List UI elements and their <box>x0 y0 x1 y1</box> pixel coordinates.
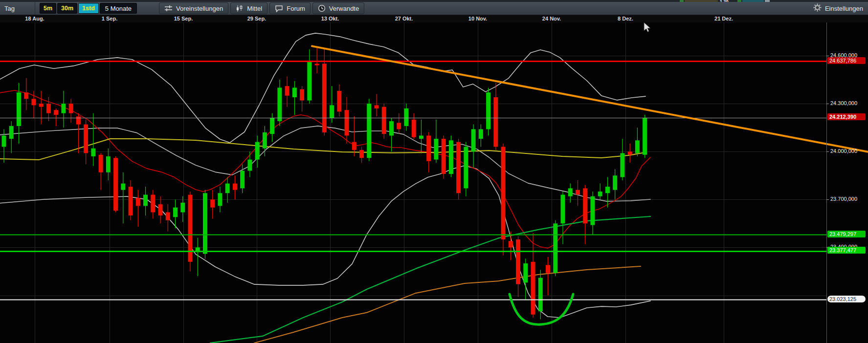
candle-down <box>151 194 155 212</box>
candle-down <box>546 265 550 273</box>
forum-button[interactable]: Forum <box>269 2 311 14</box>
gear-icon <box>813 3 822 13</box>
candle-down <box>113 158 118 211</box>
candle-up <box>173 208 178 217</box>
date-axis: 18 Aug.1 Sep.15 Sep.29 Sep.13 Okt.27 Okt… <box>0 15 868 22</box>
history-clock-icon <box>318 4 326 12</box>
candle-up <box>91 149 95 156</box>
candle-up <box>9 126 14 139</box>
candle-up <box>538 278 543 312</box>
forum-label: Forum <box>287 5 305 12</box>
verwandte-button[interactable]: Verwandte <box>312 2 364 14</box>
timeframe-tag-button[interactable]: Tag <box>0 2 35 15</box>
trading-chart-window: 1,20 Tag 5m 30m 1std 5 Monate <box>0 0 868 343</box>
mittel-button[interactable]: Mittel <box>230 2 267 14</box>
candle-down <box>31 99 36 105</box>
candlestick-chart-icon <box>236 5 244 12</box>
date-tick-label: 24 Nov. <box>542 16 561 21</box>
candle-up <box>464 147 468 188</box>
period-label: 5 Monate <box>105 5 132 12</box>
candle-down <box>516 239 520 284</box>
candle-up <box>225 184 230 193</box>
candle-down <box>233 184 237 190</box>
candle-up <box>523 263 528 282</box>
einstellungen-button[interactable]: Einstellungen <box>813 3 863 13</box>
timeframe-1std-button[interactable]: 1std <box>78 3 99 14</box>
candle-down <box>337 91 341 112</box>
candle-up <box>17 92 21 126</box>
candle-up <box>613 175 617 190</box>
candle-up <box>203 193 207 254</box>
price-marker-support-white: 23.023,125 <box>827 296 866 302</box>
candle-up <box>479 129 483 139</box>
candle-up <box>553 223 557 273</box>
timeframe-5m-label: 5m <box>44 5 52 12</box>
series-ma-green-slow <box>210 216 650 343</box>
timeframe-30m-button[interactable]: 30m <box>57 3 77 14</box>
candle-down <box>426 136 431 161</box>
candle-up <box>121 184 125 190</box>
date-tick-label: 15 Sep. <box>174 16 193 21</box>
candle-up <box>277 87 282 121</box>
candle-up <box>434 139 438 160</box>
price-marker-support-green-2: 23.377,477 <box>827 247 866 254</box>
date-tick-label: 10 Nov. <box>468 16 487 21</box>
timeframe-5m-button[interactable]: 5m <box>40 3 56 14</box>
candle-down <box>76 116 81 124</box>
price-axis-label: 24.000,000 <box>830 148 857 154</box>
candle-up <box>643 118 647 155</box>
candle-up <box>263 132 267 149</box>
candle-up <box>2 136 6 147</box>
verwandte-label: Verwandte <box>329 5 359 12</box>
candle-down <box>583 188 587 223</box>
candle-down <box>166 212 170 220</box>
candle-up <box>292 87 297 97</box>
candle-up <box>330 105 334 118</box>
candle-down <box>69 104 73 113</box>
speech-bubble-icon <box>275 5 283 12</box>
candle-up <box>247 160 252 171</box>
price-axis[interactable]: 24.600,00024.300,00024.000,00023.700,000… <box>826 22 868 343</box>
price-marker-support-green-1: 23.479,297 <box>827 231 866 237</box>
candle-up <box>255 142 260 160</box>
candle-down <box>39 104 44 107</box>
candle-up <box>218 193 222 206</box>
candle-up <box>590 196 595 225</box>
candle-up <box>307 62 312 100</box>
timeframe-1std-label: 1std <box>82 5 95 12</box>
mouse-cursor-icon <box>644 22 651 35</box>
candle-down <box>397 123 401 129</box>
voreinstellungen-button[interactable]: Voreinstellungen <box>159 2 228 14</box>
candle-down <box>509 241 513 247</box>
candlestick-chart-canvas[interactable] <box>0 0 868 343</box>
candle-down <box>24 92 28 99</box>
candle-down <box>54 110 58 115</box>
date-tick-label: 1 Sep. <box>102 16 117 21</box>
candle-up <box>449 140 453 174</box>
candle-down <box>382 107 386 134</box>
candle-up <box>419 136 423 139</box>
candle-up <box>635 140 640 153</box>
candle-down <box>628 151 632 155</box>
date-tick-label: 21 Dez. <box>714 16 733 21</box>
voreinstellungen-label: Voreinstellungen <box>176 5 223 12</box>
candle-down <box>322 64 327 132</box>
period-5-monate-button[interactable]: 5 Monate <box>100 3 137 14</box>
mittel-label: Mittel <box>247 5 262 12</box>
candle-down <box>99 155 103 172</box>
candle-down <box>136 198 140 206</box>
candle-down <box>285 86 289 96</box>
candle-up <box>561 194 565 223</box>
price-axis-label: 23.700,000 <box>830 196 857 202</box>
candle-up <box>61 104 66 113</box>
candle-down <box>359 150 364 158</box>
chart-toolbar: Tag 5m 30m 1std 5 Monate Vorei <box>0 2 868 15</box>
candle-up <box>486 92 490 129</box>
series-bollinger-middle <box>0 126 650 201</box>
candle-up <box>471 129 476 151</box>
candle-down <box>442 139 446 174</box>
price-axis-label: 24.300,000 <box>830 100 857 106</box>
price-marker-current-price: 24.212,390 <box>827 113 866 120</box>
date-tick-label: 13 Okt. <box>321 16 339 21</box>
candle-down <box>531 262 535 315</box>
